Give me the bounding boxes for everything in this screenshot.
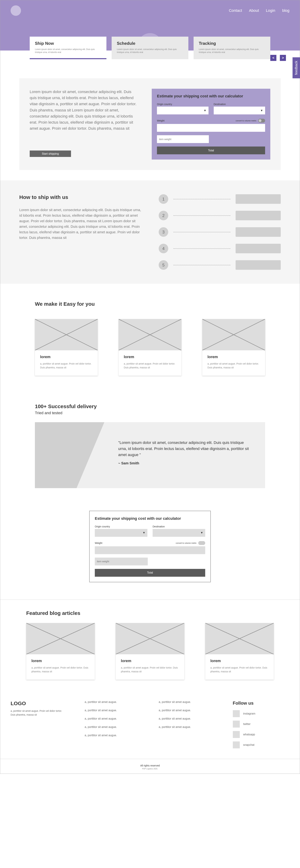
hero-card-title: Ship Now (35, 41, 101, 46)
step-number: 4 (159, 244, 168, 253)
social-whatsapp[interactable]: whatsapp (233, 731, 290, 738)
footer-link[interactable]: a, porttitor sit amet augue. (85, 709, 142, 712)
start-shipping-button[interactable]: Start shipping (30, 151, 71, 157)
nav-login[interactable]: Login (266, 8, 275, 13)
how-title: How to ship with us (19, 194, 141, 200)
feedback-tab[interactable]: feedback (293, 57, 300, 78)
footer: LOGO a, porttitor sit amet augue. Proin … (0, 690, 300, 752)
step-placeholder (236, 260, 281, 270)
blog-card[interactable]: lorema, porttitor sit amet augue. Proin … (26, 623, 95, 680)
easy-card[interactable]: lorema, porttitor sit amet augue. Proin … (202, 319, 265, 376)
rights-text: All rights reserved (0, 764, 300, 767)
origin-select[interactable]: ▼ (157, 106, 209, 115)
card-title: lorem (210, 659, 269, 663)
footer-link[interactable]: a, porttitor sit amet augue. (85, 717, 142, 720)
easy-card[interactable]: lorema, porttitor sit amet augue. Proin … (119, 319, 181, 376)
item-weight-input[interactable] (95, 558, 148, 565)
destination-select[interactable]: ▼ (214, 106, 265, 115)
footer-link[interactable]: a, porttitor sit amet augue. (159, 701, 215, 704)
hero-card-title: Schedule (117, 41, 183, 46)
placeholder-image-icon (26, 623, 95, 654)
carousel-nav: < > (270, 55, 286, 61)
footer-link[interactable]: a, porttitor sit amet augue. (85, 734, 142, 737)
weight-input[interactable] (95, 546, 205, 554)
nav-contact[interactable]: Contact (229, 8, 242, 13)
carousel-next-button[interactable]: > (280, 55, 286, 61)
steps-list: 1 2 3 4 5 (159, 194, 281, 270)
follow-title: Follow us (233, 701, 290, 706)
testi-title: 100+ Successful delivery (35, 403, 265, 409)
card-text: a, porttitor sit amet augue. Proin vel d… (207, 362, 260, 370)
testimonial-section: 100+ Successful delivery Tried and teste… (0, 393, 300, 505)
chevron-down-icon: ▼ (260, 109, 263, 112)
testi-quote: "Lorem ipsum dolor sit amet, consectetur… (118, 439, 251, 458)
easy-card[interactable]: lorema, porttitor sit amet augue. Proin … (35, 319, 98, 376)
origin-label: Origin country (157, 103, 209, 105)
blog-title: Featured blog articles (26, 610, 274, 616)
origin-select[interactable]: ▼ (95, 529, 147, 537)
footer-link[interactable]: a, porttitor sit amet augue. (85, 725, 142, 728)
carousel-prev-button[interactable]: < (270, 55, 276, 61)
calc-title: Estimate your shipping cost with our cal… (157, 94, 265, 98)
social-twitter[interactable]: twitter (233, 721, 290, 727)
instagram-icon (233, 710, 240, 717)
card-text: a, porttitor sit amet augue. Proin vel d… (210, 666, 269, 674)
footer-links-1: a, porttitor sit amet augue. a, porttito… (85, 701, 142, 752)
step-item: 1 (159, 194, 281, 204)
step-placeholder (236, 211, 281, 220)
social-label: whatsapp (243, 733, 255, 736)
hero-card-title: Tracking (199, 41, 265, 46)
footer-link[interactable]: a, porttitor sit amet augue. (85, 701, 142, 704)
social-snapchat[interactable]: snapchat (233, 741, 290, 748)
placeholder-image-icon (35, 319, 98, 350)
footer-link[interactable]: a, porttitor sit amet augue. (159, 717, 215, 720)
calculator-hero: Estimate your shipping cost with our cal… (152, 89, 270, 159)
hero-card-text: Lorem ipsum dolor sit amet, consectetur … (35, 48, 101, 54)
footer-logo: LOGO (10, 701, 67, 706)
step-item: 5 (159, 260, 281, 270)
easy-title: We make it Easy for you (35, 301, 265, 307)
step-item: 2 (159, 211, 281, 220)
placeholder-image-icon (202, 319, 265, 350)
snapchat-icon (233, 741, 240, 748)
logo-icon[interactable] (10, 5, 21, 16)
weight-label: Weight (157, 119, 164, 122)
destination-select[interactable]: ▼ (153, 529, 205, 537)
social-instagram[interactable]: instagram (233, 710, 290, 717)
blog-section: Featured blog articles lorema, porttitor… (0, 600, 300, 690)
convert-label: convert to volume metric (236, 120, 257, 122)
item-weight-input[interactable] (157, 135, 209, 143)
placeholder-image-icon (119, 319, 181, 350)
step-number: 5 (159, 260, 168, 270)
step-placeholder (236, 244, 281, 253)
total-button[interactable]: Total (157, 147, 265, 154)
footer-links-2: a, porttitor sit amet augue. a, porttito… (159, 701, 215, 752)
convert-toggle[interactable] (198, 541, 205, 545)
placeholder-image-icon (205, 623, 274, 654)
footer-link[interactable]: a, porttitor sit amet augue. (159, 709, 215, 712)
how-text: Lorem ipsum dolor sit amet, consectetur … (19, 207, 141, 241)
card-title: lorem (40, 355, 93, 359)
hero-card-tracking[interactable]: Tracking Lorem ipsum dolor sit amet, con… (193, 37, 270, 59)
hero-card-schedule[interactable]: Schedule Lorem ipsum dolor sit amet, con… (112, 37, 188, 59)
testi-subtitle: Tried and tested (35, 411, 265, 415)
chevron-down-icon: ▼ (204, 109, 206, 112)
chevron-down-icon: ▼ (143, 531, 145, 534)
total-button[interactable]: Total (95, 569, 205, 577)
blog-card[interactable]: lorema, porttitor sit amet augue. Proin … (205, 623, 274, 680)
weight-input[interactable] (157, 124, 265, 132)
blog-card[interactable]: lorema, porttitor sit amet augue. Proin … (116, 623, 184, 680)
nav-blog[interactable]: blog (282, 8, 290, 13)
footer-link[interactable]: a, porttitor sit amet augue. (159, 725, 215, 728)
step-placeholder (236, 227, 281, 237)
hero-card-text: Lorem ipsum dolor sit amet, consectetur … (117, 48, 183, 54)
placeholder-image-icon (116, 623, 184, 654)
intro-text: Lorem ipsum dolor sit amet, consectetur … (30, 89, 138, 131)
hero-card-text: Lorem ipsum dolor sit amet, consectetur … (199, 48, 265, 54)
card-text: a, porttitor sit amet augue. Proin vel d… (121, 666, 179, 674)
hero-card-ship-now[interactable]: Ship Now Lorem ipsum dolor sit amet, con… (30, 37, 107, 59)
chevron-down-icon: ▼ (200, 531, 203, 534)
nav-about[interactable]: About (249, 8, 259, 13)
card-text: a, porttitor sit amet augue. Proin vel d… (31, 666, 90, 674)
convert-toggle[interactable] (258, 119, 265, 123)
